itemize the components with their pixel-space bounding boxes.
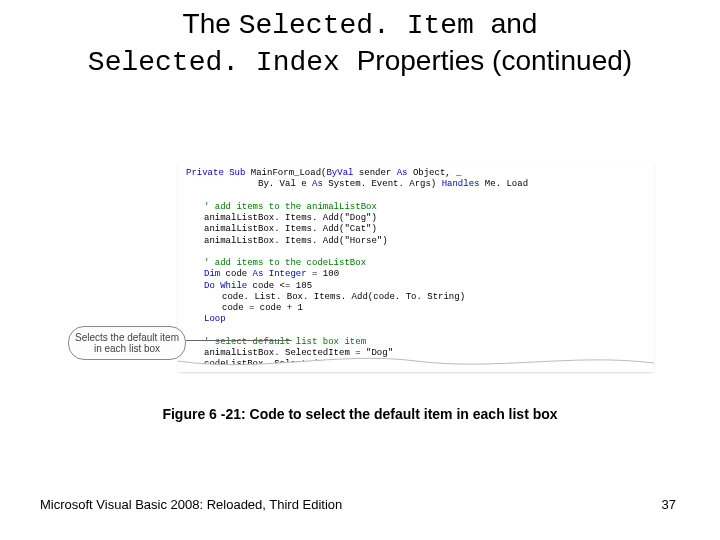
- code-kw: Do While: [204, 281, 247, 291]
- code-kw: As: [397, 168, 408, 178]
- code-txt: code. List. Box. Items. Add(code. To. St…: [186, 292, 646, 303]
- code-txt: By. Val e: [258, 179, 312, 189]
- code-txt: animalListBox. Items. Add("Dog"): [186, 213, 646, 224]
- code-txt: code <= 105: [247, 281, 312, 291]
- code-txt: animalListBox. Items. Add("Cat"): [186, 224, 646, 235]
- code-kw: Loop: [186, 314, 646, 325]
- page-number: 37: [662, 497, 676, 512]
- callout-text: Selects the default item in each list bo…: [75, 332, 179, 355]
- code-kw: ByVal: [326, 168, 353, 178]
- code-txt: Object, _: [407, 168, 461, 178]
- figure: Private Sub MainForm_Load(ByVal sender A…: [68, 156, 664, 386]
- page-curl: [178, 355, 654, 372]
- code-kw: Dim: [204, 269, 220, 279]
- callout-bubble: Selects the default item in each list bo…: [68, 326, 186, 360]
- code-comment: ' select default list box item: [186, 337, 646, 348]
- title-text-1: The: [183, 8, 239, 39]
- code-kw: As Integer: [253, 269, 307, 279]
- page-title: The Selected. Item and Selected. Index P…: [0, 0, 720, 80]
- code-txt: MainForm_Load(: [245, 168, 326, 178]
- code-txt: System. Event. Args): [323, 179, 442, 189]
- footer-book-title: Microsoft Visual Basic 2008: Reloaded, T…: [40, 497, 342, 512]
- code-comment: ' add items to the codeListBox: [186, 258, 646, 269]
- callout-leader-line: [186, 340, 292, 341]
- slide: The Selected. Item and Selected. Index P…: [0, 0, 720, 540]
- figure-caption: Figure 6 -21: Code to select the default…: [0, 406, 720, 422]
- title-mono-2: Selected. Index: [88, 47, 357, 78]
- code-txt: sender: [353, 168, 396, 178]
- code-kw: As: [312, 179, 323, 189]
- code-kw: Handles: [442, 179, 480, 189]
- code-comment: ' add items to the animalListBox: [186, 202, 646, 213]
- code-kw: Private Sub: [186, 168, 245, 178]
- code-txt: Me. Load: [479, 179, 528, 189]
- code-txt: animalListBox. Items. Add("Horse"): [186, 236, 646, 247]
- code-txt: code = code + 1: [186, 303, 646, 314]
- title-text-3: Properties (continued): [357, 45, 632, 76]
- title-text-2: and: [491, 8, 538, 39]
- title-mono-1: Selected. Item: [239, 10, 491, 41]
- code-txt: code: [220, 269, 252, 279]
- code-txt: = 100: [307, 269, 339, 279]
